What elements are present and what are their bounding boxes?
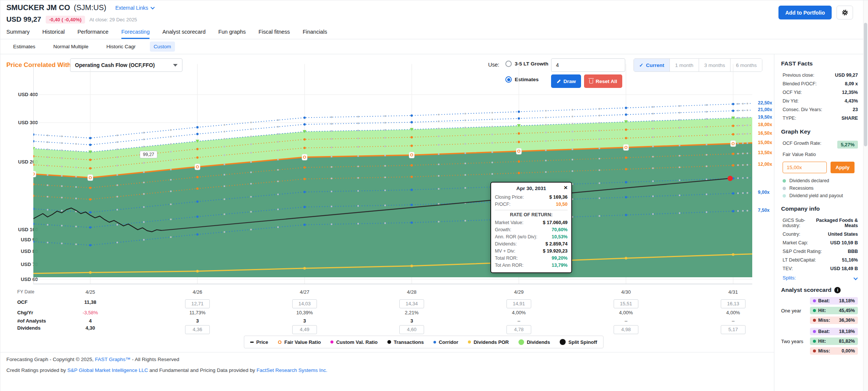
scorecard-badge-miss: Miss:36,36%: [810, 317, 858, 324]
info-icon[interactable]: i: [834, 287, 841, 293]
close-info: At close: 29 Dec 2025: [90, 17, 137, 22]
legend-dot-icon: [330, 340, 333, 343]
fy-date-value: 4/30: [621, 289, 630, 295]
svg-text:O: O: [410, 153, 414, 157]
tooltip-row-value: 70,60%: [552, 227, 568, 232]
tooltip-row-label: P/OCF:: [495, 202, 511, 207]
table-cell: 3: [196, 318, 199, 324]
tab-financials[interactable]: Financials: [303, 25, 327, 39]
table-cell: 3: [303, 318, 306, 324]
estimate-input[interactable]: 14,03: [292, 299, 317, 308]
tooltip-row-label: Growth:: [495, 227, 511, 232]
legend-item-dividends: Dividends: [518, 339, 550, 345]
estimate-input[interactable]: 16,13: [721, 299, 745, 308]
fair-value-ratio-input[interactable]: [783, 162, 827, 173]
current-price-chart-label: 99,27: [140, 151, 157, 158]
estimate-input[interactable]: 15,51: [614, 299, 638, 308]
y-tick-label: USD 100: [0, 227, 38, 232]
header: SMUCKER JM CO (SJM:US) External Links: [6, 3, 154, 12]
current-price: USD 99,27: [6, 15, 41, 24]
legend-item-fair-value-ratio: OFair Value Ratio: [278, 339, 321, 345]
tooltip-price-rows: Closing Price:$ 169,36P/OCF:10,50: [495, 193, 568, 208]
key-dot-icon: [783, 187, 786, 190]
scrollbar-thumb[interactable]: [864, 23, 867, 146]
forecasting-subtabs: EstimatesNormal MultipleHistoric CagrCus…: [0, 39, 868, 54]
tab-forecasting[interactable]: Forecasting: [121, 25, 150, 39]
tooltip-row-label: Dividends:: [495, 241, 517, 247]
badge-label: Beat:: [818, 298, 830, 303]
svg-text:O: O: [196, 165, 199, 169]
table-cell: 3: [410, 318, 413, 324]
graph-key-title: Graph Key: [781, 128, 858, 135]
tab-fiscal-fitness[interactable]: Fiscal fitness: [258, 25, 290, 39]
splits-link[interactable]: Splits:: [781, 273, 858, 281]
multiple-label: 7,50x: [758, 208, 769, 213]
sidebar-row-value: Packaged Foods & Meats: [814, 218, 858, 228]
sidebar-row: Market Cap:USD 10,59 B: [781, 238, 858, 247]
key-item-label: Dividends declared: [789, 178, 829, 183]
badge-dot-icon: [813, 340, 816, 343]
table-cell: 4,00%: [726, 310, 740, 315]
legend-label: Price: [256, 339, 268, 345]
add-to-portfolio-button[interactable]: Add to Portfolio: [778, 6, 832, 19]
apply-button[interactable]: Apply: [831, 162, 855, 173]
badge-label: Miss:: [818, 348, 830, 354]
subtab-estimates[interactable]: Estimates: [9, 42, 39, 52]
estimate-input[interactable]: 4,49: [292, 325, 317, 334]
estimate-input[interactable]: 4,60: [399, 325, 424, 334]
tooltip-row-label: Ann. ROR (w/o Div):: [495, 234, 537, 239]
scorecard-badge-hit: Hit:81,82%: [810, 337, 858, 345]
svg-text:O: O: [89, 175, 92, 180]
sidebar-row-label: GICS Sub-industry:: [781, 218, 814, 228]
sidebar-row-value: United States: [828, 232, 858, 237]
row-label: Dividends: [17, 325, 40, 331]
tab-fun-graphs[interactable]: Fun graphs: [218, 25, 246, 39]
fast-facts-title: FAST Facts: [781, 60, 858, 67]
legend-item-transactions: Transactions: [387, 339, 424, 345]
estimate-input[interactable]: 14,34: [399, 299, 424, 308]
footer-link[interactable]: FactSet Research Systems Inc.: [257, 367, 327, 373]
y-tick-label: USD 90: [0, 237, 38, 242]
tooltip-close-icon[interactable]: ×: [564, 184, 568, 191]
subtab-custom[interactable]: Custom: [150, 42, 175, 52]
footer-link[interactable]: FAST Graphs™: [95, 357, 131, 362]
tooltip-date: Apr 30, 2031: [516, 186, 546, 191]
analyst-scorecard-title: Analyst scorecard: [781, 287, 831, 293]
subtab-normal-multiple[interactable]: Normal Multiple: [49, 42, 92, 52]
tooltip-row: Total ROR:99,20%: [495, 254, 568, 262]
footer-link[interactable]: S&P Global Market Intelligence LLC: [67, 367, 148, 373]
legend-label: Dividends: [527, 339, 550, 345]
sidebar-row-label: Div Yld:: [781, 98, 799, 104]
table-cell: –: [624, 318, 627, 324]
estimate-input[interactable]: 4,98: [614, 325, 638, 334]
table-cell: –: [517, 318, 520, 324]
tooltip-row: Growth:70,60%: [495, 226, 568, 233]
tab-performance[interactable]: Performance: [78, 25, 109, 39]
splits-label: Splits:: [783, 275, 796, 281]
estimate-input[interactable]: 4,36: [185, 325, 210, 334]
multiple-label: 16,50x: [758, 131, 772, 136]
estimate-input[interactable]: 4,78: [506, 325, 531, 334]
tab-summary[interactable]: Summary: [6, 25, 30, 39]
tab-historical[interactable]: Historical: [42, 25, 65, 39]
svg-text:O: O: [732, 141, 735, 146]
external-links-menu[interactable]: External Links: [115, 5, 154, 11]
tooltip-row: Tot Ann ROR:13,79%: [495, 262, 568, 269]
scorecard-group: One yearBeat:18,18%Hit:45,45%Miss:36,36%: [781, 297, 858, 324]
chevron-down-icon: [150, 5, 154, 9]
scorecard-badges: Beat:18,18%Hit:81,82%Miss:0,00%: [810, 328, 858, 355]
tooltip-row-value: $ 169,36: [549, 195, 568, 200]
subtab-historic-cagr[interactable]: Historic Cagr: [103, 42, 139, 52]
forecasting-chart[interactable]: OOOOOOOO: [33, 64, 753, 287]
estimate-input[interactable]: 14,91: [506, 299, 531, 308]
settings-button[interactable]: [837, 6, 853, 19]
growth-rate-label: OCF Growth Rate:: [781, 141, 822, 146]
estimate-input[interactable]: 5,17: [721, 325, 745, 334]
tooltip-row-label: MV + Div:: [495, 248, 515, 254]
tab-analyst-scorecard[interactable]: Analyst scorecard: [162, 25, 205, 39]
chevron-down-icon: [853, 276, 858, 280]
badge-value: 0,00%: [842, 348, 855, 354]
badge-dot-icon: [813, 330, 816, 333]
estimate-input[interactable]: 12,71: [185, 299, 210, 308]
fair-value-o-icon: O: [278, 339, 282, 345]
